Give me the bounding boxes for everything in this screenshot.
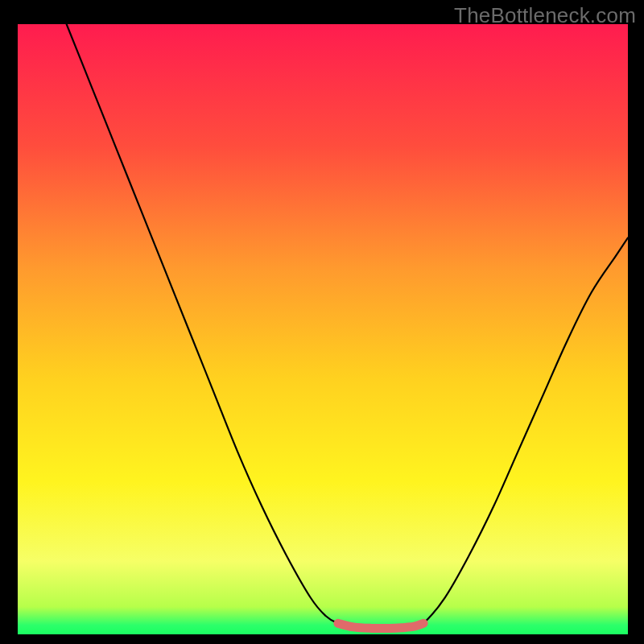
gradient-background (18, 24, 628, 634)
chart-frame: TheBottleneck.com (0, 0, 644, 644)
flat-minimum-marker (338, 623, 423, 628)
plot-area (18, 24, 628, 634)
chart-svg (18, 24, 628, 634)
